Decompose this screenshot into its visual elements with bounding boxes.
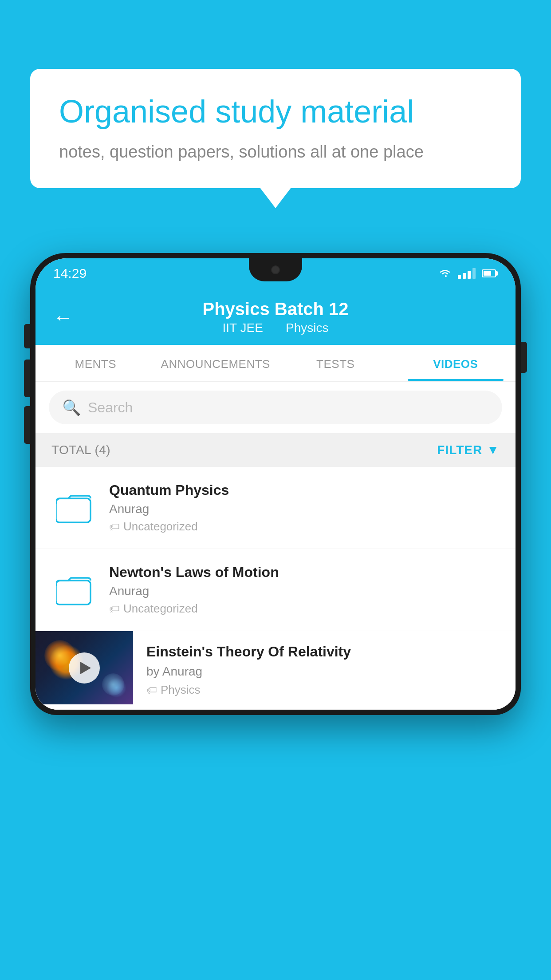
speech-bubble-heading: Organised study material <box>59 93 492 130</box>
back-button[interactable]: ← <box>53 306 73 328</box>
svg-rect-1 <box>56 581 91 605</box>
video-thumbnail <box>35 631 133 704</box>
batch-title: Physics Batch 12 <box>86 299 465 319</box>
wifi-icon <box>438 268 452 279</box>
battery-icon <box>482 269 498 277</box>
video-tag: 🏷 Uncategorized <box>109 602 500 616</box>
video-tag: 🏷 Uncategorized <box>109 520 500 533</box>
filter-label: FILTER <box>437 443 482 457</box>
subtitle-part1: IIT JEE <box>223 321 263 335</box>
video-author: Anurag <box>109 502 500 516</box>
tag-label: Uncategorized <box>123 602 198 616</box>
battery-tip <box>496 271 498 276</box>
tag-icon: 🏷 <box>109 521 120 533</box>
video-info: Einstein's Theory Of Relativity by Anura… <box>133 631 516 709</box>
search-icon: 🔍 <box>62 399 81 416</box>
tabs-bar: MENTS ANNOUNCEMENTS TESTS VIDEOS <box>35 345 516 382</box>
video-title: Quantum Physics <box>109 482 500 498</box>
folder-thumbnail <box>51 573 96 606</box>
tag-label: Uncategorized <box>123 520 198 533</box>
speech-bubble-section: Organised study material notes, question… <box>30 69 521 188</box>
total-count: TOTAL (4) <box>51 443 110 457</box>
phone-mockup: 14:29 <box>30 253 521 980</box>
status-bar: 14:29 <box>35 258 516 288</box>
app-header: ← Physics Batch 12 IIT JEE Physics <box>35 288 516 345</box>
folder-thumbnail <box>51 491 96 524</box>
power-button <box>521 342 527 373</box>
video-info: Quantum Physics Anurag 🏷 Uncategorized <box>109 482 500 533</box>
play-icon <box>80 662 91 674</box>
tag-label: Physics <box>161 683 201 697</box>
video-author: by Anurag <box>146 664 502 679</box>
list-item[interactable]: Newton's Laws of Motion Anurag 🏷 Uncateg… <box>35 549 516 631</box>
video-tag: 🏷 Physics <box>146 683 502 697</box>
tag-icon: 🏷 <box>146 684 157 696</box>
filter-icon: ▼ <box>487 443 500 457</box>
folder-icon <box>56 491 91 524</box>
phone-outer: 14:29 <box>30 253 521 715</box>
signal-bar-2 <box>463 273 466 279</box>
header-title-group: Physics Batch 12 IIT JEE Physics <box>86 299 465 335</box>
subtitle-part2: Physics <box>286 321 328 335</box>
speech-bubble: Organised study material notes, question… <box>30 69 521 188</box>
signal-icon <box>458 268 476 279</box>
tab-ments[interactable]: MENTS <box>35 345 156 381</box>
tab-announcements[interactable]: ANNOUNCEMENTS <box>156 345 276 381</box>
list-item[interactable]: Quantum Physics Anurag 🏷 Uncategorized <box>35 467 516 549</box>
filter-button[interactable]: FILTER ▼ <box>437 443 500 457</box>
tab-videos[interactable]: VIDEOS <box>396 345 516 381</box>
volume-up-button <box>24 324 30 348</box>
camera-icon <box>271 265 280 274</box>
signal-bar-3 <box>468 271 471 279</box>
tab-tests[interactable]: TESTS <box>276 345 396 381</box>
search-box[interactable]: 🔍 Search <box>49 391 502 424</box>
batch-subtitle: IIT JEE Physics <box>86 321 465 335</box>
video-list: Quantum Physics Anurag 🏷 Uncategorized <box>35 467 516 710</box>
video-info: Newton's Laws of Motion Anurag 🏷 Uncateg… <box>109 564 500 616</box>
battery-body <box>482 269 496 277</box>
notch <box>249 258 302 281</box>
status-icons <box>438 268 498 279</box>
silent-button <box>24 406 30 444</box>
video-title: Newton's Laws of Motion <box>109 564 500 581</box>
battery-fill <box>484 271 491 276</box>
signal-bar-1 <box>458 275 461 279</box>
folder-icon <box>56 573 91 606</box>
play-button[interactable] <box>69 652 100 684</box>
filter-bar: TOTAL (4) FILTER ▼ <box>35 433 516 467</box>
signal-bar-4 <box>472 268 476 279</box>
svg-rect-0 <box>56 498 91 522</box>
tag-icon: 🏷 <box>109 603 120 615</box>
search-container: 🔍 Search <box>35 382 516 433</box>
phone-screen: 14:29 <box>35 258 516 710</box>
list-item[interactable]: Einstein's Theory Of Relativity by Anura… <box>35 631 516 710</box>
video-title: Einstein's Theory Of Relativity <box>146 644 502 660</box>
search-input[interactable]: Search <box>88 399 133 416</box>
video-author: Anurag <box>109 584 500 598</box>
speech-bubble-subtext: notes, question papers, solutions all at… <box>59 142 492 162</box>
status-time: 14:29 <box>53 266 87 281</box>
volume-down-button <box>24 360 30 397</box>
